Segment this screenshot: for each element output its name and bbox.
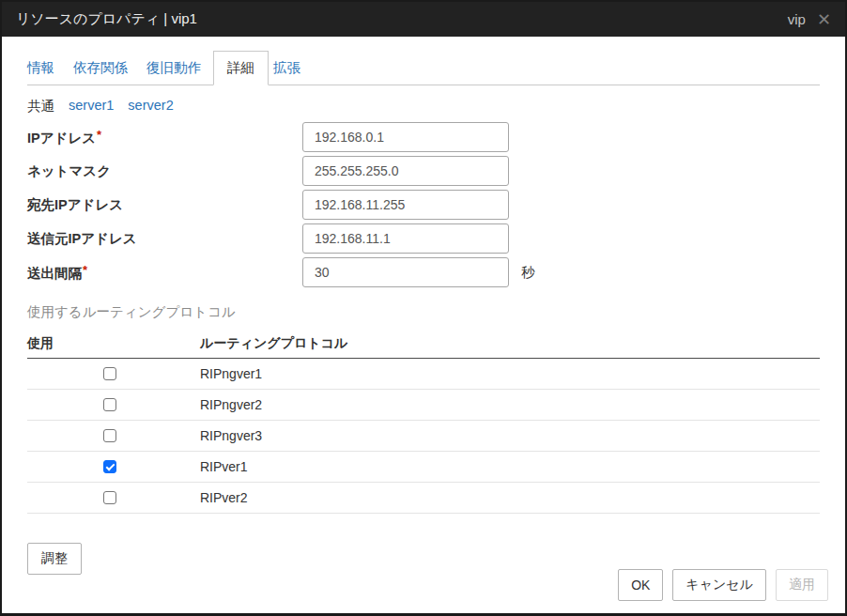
use-cell (27, 460, 200, 473)
protocol-label: RIPver2 (200, 490, 820, 505)
server-tab-bar: 共通server1server2 (27, 98, 820, 116)
field-label-destination-ip: 宛先IPアドレス (27, 196, 302, 214)
checkbox-ripver1[interactable] (103, 460, 116, 473)
field-label-source-ip: 送信元IPアドレス (27, 230, 302, 248)
field-label-text: 送信元IPアドレス (27, 231, 137, 246)
field-label-text: IPアドレス (27, 131, 96, 146)
tab-bar: 情報依存関係復旧動作詳細拡張 (27, 51, 820, 85)
use-cell (27, 491, 200, 504)
table-row-ripver2: RIPver2 (27, 483, 820, 514)
send-interval-input[interactable] (302, 257, 509, 287)
field-label-netmask: ネットマスク (27, 162, 302, 180)
tab-info[interactable]: 情報 (27, 52, 54, 85)
table-header-row: 使用 ルーティングプロトコル (27, 330, 820, 359)
field-label-send-interval: 送出間隔* (27, 263, 302, 283)
destination-ip-input[interactable] (302, 190, 509, 220)
ip-address-input[interactable] (302, 122, 509, 152)
table-row-ripngver2: RIPngver2 (27, 390, 820, 421)
required-asterisk: * (83, 263, 87, 277)
apply-button[interactable]: 適用 (776, 569, 828, 601)
field-row-netmask: ネットマスク (27, 154, 820, 188)
column-header-use: 使用 (27, 335, 200, 352)
protocol-table-body: RIPngver1RIPngver2RIPngver3RIPver1RIPver… (27, 359, 820, 514)
checkbox-ripngver2[interactable] (103, 398, 116, 411)
ok-button[interactable]: OK (618, 569, 663, 601)
routing-protocol-table: 使用 ルーティングプロトコル RIPngver1RIPngver2RIPngve… (27, 330, 820, 514)
unit-label: 秒 (521, 264, 535, 282)
field-label-ip-address: IPアドレス* (27, 128, 302, 147)
checkbox-ripngver1[interactable] (103, 367, 116, 380)
cancel-button[interactable]: キャンセル (672, 569, 766, 601)
resource-properties-dialog: リソースのプロパティ | vip1 vip ✕ 情報依存関係復旧動作詳細拡張 共… (0, 0, 847, 616)
field-row-ip-address: IPアドレス* (27, 120, 820, 154)
required-asterisk: * (97, 128, 101, 142)
server-tab-server1[interactable]: server1 (69, 98, 114, 116)
resource-short-name: vip (788, 11, 806, 27)
source-ip-input[interactable] (302, 223, 509, 254)
field-label-text: ネットマスク (27, 163, 111, 178)
table-row-ripngver3: RIPngver3 (27, 421, 820, 452)
server-tab-common[interactable]: 共通 (27, 98, 54, 116)
dialog-content: 情報依存関係復旧動作詳細拡張 共通server1server2 IPアドレス*ネ… (2, 37, 845, 575)
tab-details[interactable]: 詳細 (213, 51, 269, 85)
server-tab-server2[interactable]: server2 (128, 98, 173, 116)
tune-button[interactable]: 調整 (27, 543, 82, 575)
close-icon[interactable]: ✕ (817, 11, 831, 28)
field-label-text: 宛先IPアドレス (27, 197, 123, 212)
tab-recovery[interactable]: 復旧動作 (146, 52, 201, 85)
netmask-input[interactable] (302, 156, 509, 186)
field-row-send-interval: 送出間隔*秒 (27, 255, 820, 289)
field-label-text: 送出間隔 (27, 266, 82, 281)
protocol-label: RIPngver2 (200, 397, 820, 412)
dialog-footer: OK キャンセル 適用 (618, 569, 828, 601)
settings-form: IPアドレス*ネットマスク宛先IPアドレス送信元IPアドレス送出間隔*秒 (27, 120, 820, 289)
dialog-titlebar: リソースのプロパティ | vip1 vip ✕ (2, 2, 845, 37)
protocol-label: RIPver1 (200, 459, 820, 474)
table-row-ripver1: RIPver1 (27, 452, 820, 483)
table-row-ripngver1: RIPngver1 (27, 359, 820, 390)
use-cell (27, 429, 200, 442)
field-row-destination-ip: 宛先IPアドレス (27, 188, 820, 222)
tab-dependency[interactable]: 依存関係 (73, 52, 128, 85)
field-row-source-ip: 送信元IPアドレス (27, 222, 820, 255)
checkbox-ripngver3[interactable] (103, 429, 116, 442)
dialog-title: リソースのプロパティ | vip1 (16, 10, 788, 28)
tab-extension[interactable]: 拡張 (273, 52, 300, 85)
protocol-label: RIPngver3 (200, 428, 820, 443)
routing-section-label: 使用するルーティングプロトコル (27, 303, 820, 321)
checkbox-ripver2[interactable] (103, 491, 116, 504)
use-cell (27, 398, 200, 411)
protocol-label: RIPngver1 (200, 366, 820, 381)
use-cell (27, 367, 200, 380)
column-header-protocol: ルーティングプロトコル (200, 335, 820, 352)
